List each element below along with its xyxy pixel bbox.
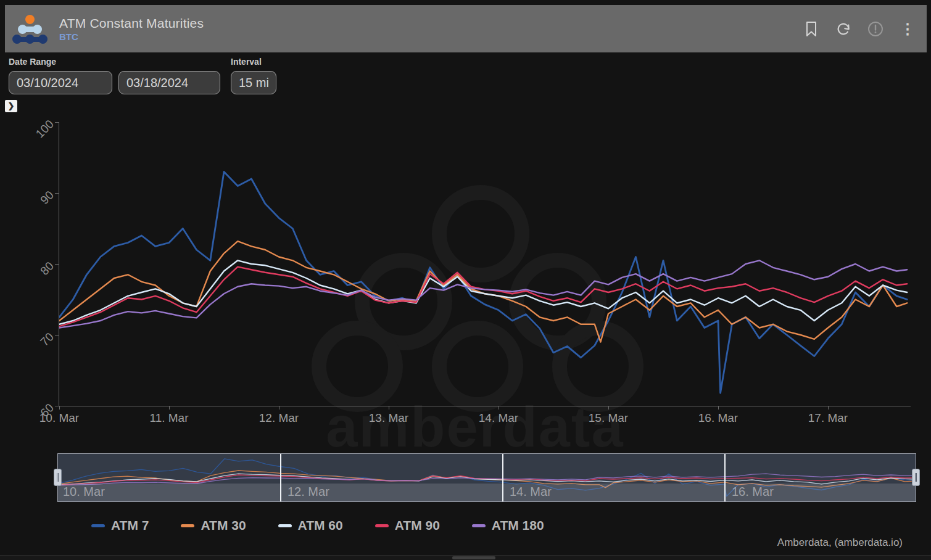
navigator-right-handle[interactable] (912, 469, 920, 486)
date-from-input[interactable] (9, 71, 112, 94)
legend-marker-atm-7 (91, 524, 105, 527)
y-axis-label: 70 (22, 330, 57, 365)
date-to-input[interactable] (118, 71, 220, 94)
interval-label: Interval (231, 57, 262, 67)
x-axis-tick (59, 406, 60, 410)
x-axis-label: 16. Mar (687, 411, 749, 425)
legend-marker-atm-60 (278, 524, 292, 527)
kebab-menu-icon[interactable]: ⋮ (900, 21, 916, 37)
interval-input[interactable] (231, 71, 276, 94)
navigator-gridline (280, 454, 281, 501)
legend-item-atm-7[interactable]: ATM 7 (91, 518, 149, 533)
legend-marker-atm-30 (181, 524, 194, 527)
title-block: ATM Constant Maturities BTC (59, 15, 204, 43)
legend-label-atm-30: ATM 30 (201, 518, 246, 533)
horizontal-scrollbar-thumb[interactable] (452, 556, 495, 559)
x-axis-label: 14. Mar (468, 411, 529, 425)
x-axis-tick (169, 406, 170, 410)
legend-marker-atm-180 (472, 524, 486, 527)
range-navigator[interactable]: 10. Mar12. Mar14. Mar16. Mar (57, 453, 916, 502)
x-axis-label: 11. Mar (138, 411, 200, 425)
page-subtitle: BTC (59, 31, 204, 43)
page-title: ATM Constant Maturities (59, 15, 204, 31)
bookmark-icon[interactable] (803, 21, 819, 37)
amberdata-credit-link[interactable]: Amberdata, (amberdata.io) (777, 537, 903, 549)
panel-header: ATM Constant Maturities BTC ⋮ (5, 5, 927, 52)
navigator-left-handle[interactable] (54, 469, 62, 486)
alert-icon[interactable] (867, 21, 883, 37)
navigator-gridline (724, 454, 726, 501)
refresh-icon[interactable] (835, 21, 851, 37)
legend-item-atm-90[interactable]: ATM 90 (375, 518, 440, 533)
sidebar-expand-button[interactable]: ❯ (5, 100, 17, 112)
x-axis-tick (718, 406, 719, 410)
main-chart-plot (59, 122, 911, 406)
x-axis-label: 10. Mar (28, 411, 90, 425)
y-axis-label: 90 (22, 188, 57, 223)
navigator-date-label: 16. Mar (732, 485, 774, 499)
navigator-date-label: 12. Mar (288, 485, 329, 499)
navigator-date-label: 10. Mar (63, 485, 105, 499)
x-axis-tick (828, 406, 829, 410)
legend-label-atm-90: ATM 90 (395, 518, 440, 533)
x-axis-label: 15. Mar (577, 411, 639, 425)
x-axis-label: 13. Mar (358, 411, 420, 425)
x-axis-label: 17. Mar (797, 411, 859, 425)
x-axis-label: 12. Mar (248, 411, 310, 425)
legend-marker-atm-90 (375, 524, 389, 527)
x-axis-tick (279, 406, 279, 410)
y-axis-tick (55, 193, 59, 194)
series-line-atm-30 (59, 241, 907, 342)
x-axis-tick (499, 406, 499, 410)
amberdata-logo-icon (14, 14, 46, 44)
horizontal-scrollbar (0, 555, 931, 560)
legend-item-atm-60[interactable]: ATM 60 (278, 518, 343, 533)
chart-legend: ATM 7ATM 30ATM 60ATM 90ATM 180 (91, 518, 544, 533)
x-axis-line (59, 406, 911, 406)
legend-label-atm-180: ATM 180 (492, 518, 544, 533)
navigator-date-label: 14. Mar (510, 485, 552, 499)
y-axis-tick (55, 406, 59, 406)
y-axis-tick (55, 264, 59, 265)
app-frame: ATM Constant Maturities BTC ⋮ (0, 0, 931, 560)
y-axis-label: 100 (22, 117, 57, 152)
y-axis-tick (55, 335, 59, 336)
legend-label-atm-60: ATM 60 (298, 518, 343, 533)
navigator-selection-mask (58, 484, 916, 501)
x-axis-tick (608, 406, 609, 410)
legend-item-atm-180[interactable]: ATM 180 (472, 518, 544, 533)
legend-item-atm-30[interactable]: ATM 30 (181, 518, 246, 533)
y-axis-label: 80 (22, 259, 57, 294)
date-range-label: Date Range (9, 57, 56, 67)
header-actions: ⋮ (803, 21, 916, 37)
x-axis-tick (389, 406, 389, 410)
y-axis-tick (55, 122, 59, 123)
navigator-gridline (502, 454, 503, 501)
legend-label-atm-7: ATM 7 (111, 518, 149, 533)
series-line-atm-7 (59, 172, 907, 393)
